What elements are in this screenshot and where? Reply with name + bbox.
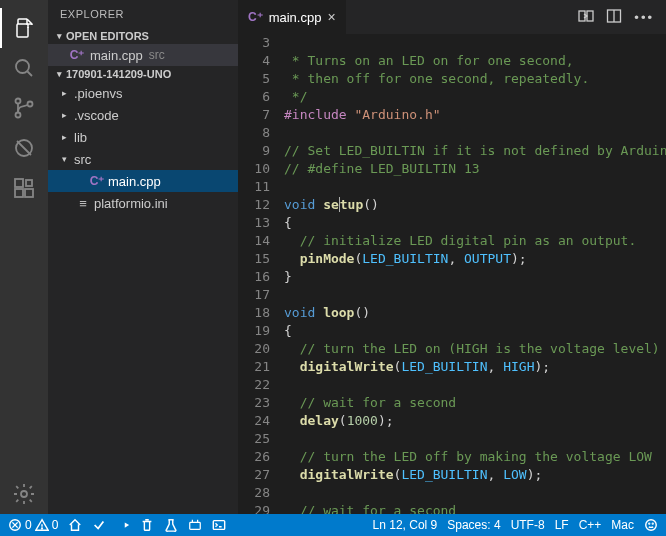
tab-bar: C⁺ main.cpp × ••• xyxy=(238,0,666,34)
debug-icon[interactable] xyxy=(0,128,48,168)
error-count: 0 xyxy=(25,518,32,532)
file-item[interactable]: C⁺main.cpp xyxy=(48,170,238,192)
svg-point-3 xyxy=(16,113,21,118)
warning-count: 0 xyxy=(52,518,59,532)
editor: C⁺ main.cpp × ••• 3456789101112131415161… xyxy=(238,0,666,514)
main-area: EXPLORER ▾ OPEN EDITORS C⁺main.cppsrc ▾ … xyxy=(0,0,666,514)
open-editors-label: OPEN EDITORS xyxy=(66,30,149,42)
tab-main-cpp[interactable]: C⁺ main.cpp × xyxy=(238,0,347,34)
status-eol[interactable]: LF xyxy=(555,518,569,532)
chevron-down-icon: ▾ xyxy=(52,69,66,79)
item-name: .pioenvs xyxy=(74,86,122,101)
status-bar: 0 0 Ln 12, Col 9 Spaces: 4 UTF-8 LF C++ … xyxy=(0,514,666,536)
folder-item[interactable]: ▾src xyxy=(48,148,238,170)
sidebar: EXPLORER ▾ OPEN EDITORS C⁺main.cppsrc ▾ … xyxy=(48,0,238,514)
cpp-file-icon: C⁺ xyxy=(88,174,106,188)
svg-rect-9 xyxy=(25,189,33,197)
code-content[interactable]: * Turns on an LED on for one second, * t… xyxy=(284,34,666,514)
extensions-icon[interactable] xyxy=(0,168,48,208)
file-name: main.cpp xyxy=(90,48,143,63)
open-editor-item[interactable]: C⁺main.cppsrc xyxy=(48,44,238,66)
chevron-right-icon: ▸ xyxy=(62,132,74,142)
code-area[interactable]: 3456789101112131415161718192021222324252… xyxy=(238,34,666,514)
project-header[interactable]: ▾ 170901-141209-UNO xyxy=(48,66,238,82)
cpp-file-icon: C⁺ xyxy=(248,10,263,24)
svg-rect-10 xyxy=(26,180,32,186)
test-icon[interactable] xyxy=(164,518,178,532)
status-problems[interactable]: 0 0 xyxy=(8,518,58,532)
svg-point-26 xyxy=(652,523,653,524)
project-label: 170901-141209-UNO xyxy=(66,68,171,80)
build-icon[interactable] xyxy=(92,518,106,532)
item-name: platformio.ini xyxy=(94,196,168,211)
svg-rect-8 xyxy=(15,189,23,197)
chevron-down-icon: ▾ xyxy=(62,154,74,164)
status-encoding[interactable]: UTF-8 xyxy=(511,518,545,532)
clean-icon[interactable] xyxy=(140,518,154,532)
chevron-right-icon: ▸ xyxy=(62,88,74,98)
svg-point-20 xyxy=(41,528,42,529)
settings-gear-icon[interactable] xyxy=(0,474,48,514)
svg-rect-22 xyxy=(190,522,201,529)
terminal-icon[interactable] xyxy=(212,518,226,532)
chevron-right-icon: ▸ xyxy=(62,110,74,120)
svg-line-6 xyxy=(17,141,31,155)
sidebar-title: EXPLORER xyxy=(48,0,238,28)
close-icon[interactable]: × xyxy=(327,9,335,25)
split-editor-icon[interactable] xyxy=(606,8,622,27)
item-name: src xyxy=(74,152,91,167)
svg-rect-23 xyxy=(214,521,225,530)
open-editors-header[interactable]: ▾ OPEN EDITORS xyxy=(48,28,238,44)
chevron-down-icon: ▾ xyxy=(52,31,66,41)
file-dir: src xyxy=(149,48,165,62)
tab-actions: ••• xyxy=(566,0,666,34)
item-name: main.cpp xyxy=(108,174,161,189)
item-name: lib xyxy=(74,130,87,145)
ini-file-icon: ≡ xyxy=(74,196,92,211)
line-gutter: 3456789101112131415161718192021222324252… xyxy=(238,34,284,514)
svg-point-2 xyxy=(16,99,21,104)
svg-point-24 xyxy=(646,520,657,531)
source-control-icon[interactable] xyxy=(0,88,48,128)
svg-point-0 xyxy=(16,60,29,73)
file-item[interactable]: ≡platformio.ini xyxy=(48,192,238,214)
folder-item[interactable]: ▸.pioenvs xyxy=(48,82,238,104)
svg-point-11 xyxy=(21,491,27,497)
svg-point-4 xyxy=(28,102,33,107)
status-spaces[interactable]: Spaces: 4 xyxy=(447,518,500,532)
compare-icon[interactable] xyxy=(578,8,594,27)
status-os[interactable]: Mac xyxy=(611,518,634,532)
home-icon[interactable] xyxy=(68,518,82,532)
more-icon[interactable]: ••• xyxy=(634,10,654,25)
upload-icon[interactable] xyxy=(116,518,130,532)
svg-rect-7 xyxy=(15,179,23,187)
svg-line-1 xyxy=(28,72,33,77)
folder-item[interactable]: ▸.vscode xyxy=(48,104,238,126)
serial-monitor-icon[interactable] xyxy=(188,518,202,532)
item-name: .vscode xyxy=(74,108,119,123)
feedback-icon[interactable] xyxy=(644,518,658,532)
search-icon[interactable] xyxy=(0,48,48,88)
activity-bar xyxy=(0,0,48,514)
tab-label: main.cpp xyxy=(269,10,322,25)
svg-rect-12 xyxy=(579,11,585,21)
status-cursor-pos[interactable]: Ln 12, Col 9 xyxy=(373,518,438,532)
status-language[interactable]: C++ xyxy=(579,518,602,532)
folder-item[interactable]: ▸lib xyxy=(48,126,238,148)
explorer-icon[interactable] xyxy=(0,8,48,48)
svg-point-25 xyxy=(649,523,650,524)
cpp-file-icon: C⁺ xyxy=(68,48,86,62)
